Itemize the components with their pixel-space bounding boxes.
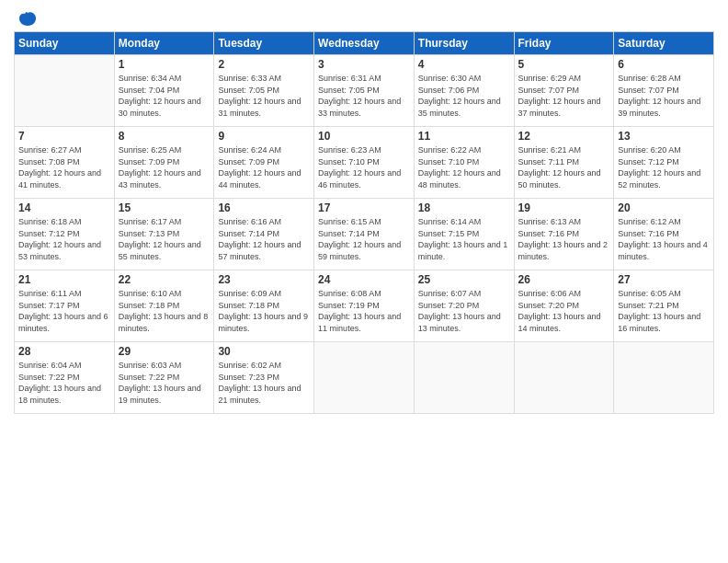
weekday-header: Sunday — [15, 32, 115, 55]
day-info: Sunrise: 6:16 AMSunset: 7:14 PMDaylight:… — [218, 216, 310, 262]
header — [14, 9, 714, 24]
day-number: 30 — [218, 345, 310, 358]
day-number: 6 — [618, 58, 710, 71]
weekday-header: Friday — [514, 32, 614, 55]
day-info: Sunrise: 6:28 AMSunset: 7:07 PMDaylight:… — [618, 73, 710, 119]
calendar-cell: 12Sunrise: 6:21 AMSunset: 7:11 PMDayligh… — [514, 127, 614, 199]
day-info: Sunrise: 6:29 AMSunset: 7:07 PMDaylight:… — [518, 73, 610, 119]
day-number: 10 — [318, 130, 410, 143]
day-info: Sunrise: 6:22 AMSunset: 7:10 PMDaylight:… — [418, 144, 510, 190]
page-container: SundayMondayTuesdayWednesdayThursdayFrid… — [0, 0, 728, 423]
day-number: 24 — [318, 273, 410, 286]
day-number: 9 — [218, 130, 310, 143]
day-info: Sunrise: 6:08 AMSunset: 7:19 PMDaylight:… — [318, 288, 410, 334]
calendar-cell — [15, 55, 115, 127]
calendar-cell: 10Sunrise: 6:23 AMSunset: 7:10 PMDayligh… — [314, 127, 415, 199]
day-number: 13 — [618, 130, 710, 143]
day-info: Sunrise: 6:09 AMSunset: 7:18 PMDaylight:… — [218, 288, 310, 334]
calendar-cell: 1Sunrise: 6:34 AMSunset: 7:04 PMDaylight… — [114, 55, 214, 127]
day-info: Sunrise: 6:10 AMSunset: 7:18 PMDaylight:… — [119, 288, 210, 334]
day-info: Sunrise: 6:30 AMSunset: 7:06 PMDaylight:… — [418, 73, 510, 119]
calendar-week-row: 14Sunrise: 6:18 AMSunset: 7:12 PMDayligh… — [15, 199, 714, 270]
day-number: 8 — [119, 130, 210, 143]
calendar-cell: 20Sunrise: 6:12 AMSunset: 7:16 PMDayligh… — [614, 199, 714, 270]
calendar-cell: 8Sunrise: 6:25 AMSunset: 7:09 PMDaylight… — [114, 127, 214, 199]
day-number: 12 — [518, 130, 610, 143]
calendar-week-row: 7Sunrise: 6:27 AMSunset: 7:08 PMDaylight… — [15, 127, 714, 199]
calendar-cell: 3Sunrise: 6:31 AMSunset: 7:05 PMDaylight… — [314, 55, 415, 127]
day-number: 3 — [318, 58, 410, 71]
day-info: Sunrise: 6:13 AMSunset: 7:16 PMDaylight:… — [518, 216, 610, 262]
calendar-cell: 29Sunrise: 6:03 AMSunset: 7:22 PMDayligh… — [114, 342, 214, 414]
calendar-week-row: 28Sunrise: 6:04 AMSunset: 7:22 PMDayligh… — [15, 342, 714, 414]
day-number: 14 — [18, 201, 110, 214]
day-info: Sunrise: 6:04 AMSunset: 7:22 PMDaylight:… — [18, 360, 110, 406]
day-info: Sunrise: 6:20 AMSunset: 7:12 PMDaylight:… — [618, 144, 710, 190]
day-info: Sunrise: 6:14 AMSunset: 7:15 PMDaylight:… — [418, 216, 510, 262]
day-number: 19 — [518, 201, 610, 214]
calendar-cell — [414, 342, 514, 414]
day-info: Sunrise: 6:02 AMSunset: 7:23 PMDaylight:… — [218, 360, 310, 406]
calendar-cell: 25Sunrise: 6:07 AMSunset: 7:20 PMDayligh… — [414, 270, 514, 342]
weekday-header: Monday — [114, 32, 214, 55]
day-info: Sunrise: 6:21 AMSunset: 7:11 PMDaylight:… — [518, 144, 610, 190]
day-info: Sunrise: 6:33 AMSunset: 7:05 PMDaylight:… — [218, 73, 310, 119]
calendar-week-row: 1Sunrise: 6:34 AMSunset: 7:04 PMDaylight… — [15, 55, 714, 127]
calendar-cell — [514, 342, 614, 414]
day-number: 27 — [618, 273, 710, 286]
day-info: Sunrise: 6:07 AMSunset: 7:20 PMDaylight:… — [418, 288, 510, 334]
day-number: 18 — [418, 201, 510, 214]
day-number: 22 — [119, 273, 210, 286]
calendar-cell: 26Sunrise: 6:06 AMSunset: 7:20 PMDayligh… — [514, 270, 614, 342]
calendar-cell: 14Sunrise: 6:18 AMSunset: 7:12 PMDayligh… — [15, 199, 115, 270]
calendar-cell: 23Sunrise: 6:09 AMSunset: 7:18 PMDayligh… — [214, 270, 314, 342]
calendar-cell: 7Sunrise: 6:27 AMSunset: 7:08 PMDaylight… — [15, 127, 115, 199]
day-number: 2 — [218, 58, 310, 71]
day-number: 26 — [518, 273, 610, 286]
day-info: Sunrise: 6:23 AMSunset: 7:10 PMDaylight:… — [318, 144, 410, 190]
weekday-header: Saturday — [614, 32, 714, 55]
weekday-header: Thursday — [414, 32, 514, 55]
logo — [14, 9, 38, 24]
calendar-cell — [614, 342, 714, 414]
calendar-cell: 16Sunrise: 6:16 AMSunset: 7:14 PMDayligh… — [214, 199, 314, 270]
day-info: Sunrise: 6:34 AMSunset: 7:04 PMDaylight:… — [119, 73, 210, 119]
day-number: 20 — [618, 201, 710, 214]
day-number: 16 — [218, 201, 310, 214]
calendar-table: SundayMondayTuesdayWednesdayThursdayFrid… — [14, 31, 714, 414]
calendar-cell: 19Sunrise: 6:13 AMSunset: 7:16 PMDayligh… — [514, 199, 614, 270]
calendar-cell: 2Sunrise: 6:33 AMSunset: 7:05 PMDaylight… — [214, 55, 314, 127]
calendar-cell: 13Sunrise: 6:20 AMSunset: 7:12 PMDayligh… — [614, 127, 714, 199]
day-number: 23 — [218, 273, 310, 286]
calendar-cell: 4Sunrise: 6:30 AMSunset: 7:06 PMDaylight… — [414, 55, 514, 127]
day-info: Sunrise: 6:03 AMSunset: 7:22 PMDaylight:… — [119, 360, 210, 406]
day-info: Sunrise: 6:18 AMSunset: 7:12 PMDaylight:… — [18, 216, 110, 262]
day-info: Sunrise: 6:11 AMSunset: 7:17 PMDaylight:… — [18, 288, 110, 334]
day-number: 4 — [418, 58, 510, 71]
calendar-cell: 24Sunrise: 6:08 AMSunset: 7:19 PMDayligh… — [314, 270, 415, 342]
day-info: Sunrise: 6:17 AMSunset: 7:13 PMDaylight:… — [119, 216, 210, 262]
day-number: 7 — [18, 130, 110, 143]
calendar-cell: 15Sunrise: 6:17 AMSunset: 7:13 PMDayligh… — [114, 199, 214, 270]
day-info: Sunrise: 6:27 AMSunset: 7:08 PMDaylight:… — [18, 144, 110, 190]
weekday-header: Wednesday — [314, 32, 415, 55]
calendar-cell: 21Sunrise: 6:11 AMSunset: 7:17 PMDayligh… — [15, 270, 115, 342]
calendar-header-row: SundayMondayTuesdayWednesdayThursdayFrid… — [15, 32, 714, 55]
calendar-cell: 28Sunrise: 6:04 AMSunset: 7:22 PMDayligh… — [15, 342, 115, 414]
day-number: 25 — [418, 273, 510, 286]
day-info: Sunrise: 6:05 AMSunset: 7:21 PMDaylight:… — [618, 288, 710, 334]
day-info: Sunrise: 6:06 AMSunset: 7:20 PMDaylight:… — [518, 288, 610, 334]
logo-bird-icon — [17, 9, 38, 29]
day-number: 11 — [418, 130, 510, 143]
day-number: 28 — [18, 345, 110, 358]
day-info: Sunrise: 6:25 AMSunset: 7:09 PMDaylight:… — [119, 144, 210, 190]
calendar-cell: 9Sunrise: 6:24 AMSunset: 7:09 PMDaylight… — [214, 127, 314, 199]
day-info: Sunrise: 6:12 AMSunset: 7:16 PMDaylight:… — [618, 216, 710, 262]
calendar-cell: 22Sunrise: 6:10 AMSunset: 7:18 PMDayligh… — [114, 270, 214, 342]
calendar-week-row: 21Sunrise: 6:11 AMSunset: 7:17 PMDayligh… — [15, 270, 714, 342]
calendar-cell: 5Sunrise: 6:29 AMSunset: 7:07 PMDaylight… — [514, 55, 614, 127]
day-info: Sunrise: 6:15 AMSunset: 7:14 PMDaylight:… — [318, 216, 410, 262]
calendar-cell: 11Sunrise: 6:22 AMSunset: 7:10 PMDayligh… — [414, 127, 514, 199]
day-number: 15 — [119, 201, 210, 214]
day-number: 5 — [518, 58, 610, 71]
